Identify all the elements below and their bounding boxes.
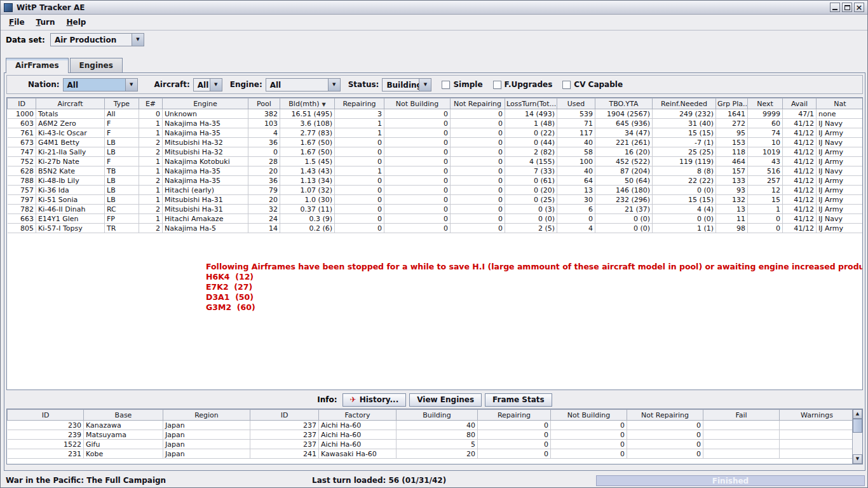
table-cell[interactable]: IJ Army	[817, 224, 864, 233]
table-cell[interactable]: 0	[451, 214, 505, 224]
column-header[interactable]: Used	[557, 98, 595, 109]
table-cell[interactable]: 93	[716, 186, 748, 195]
table-cell[interactable]: IJ Army	[817, 157, 864, 166]
table-cell[interactable]: Nakajima Ha-35	[163, 128, 248, 138]
table-cell[interactable]: E14Y1 Glen	[36, 214, 105, 224]
maximize-button[interactable]	[842, 3, 852, 12]
table-row[interactable]: 797Ki-51 SoniaLB1Mitsubishi Ha-31201.0 (…	[8, 195, 864, 205]
table-cell[interactable]: Unknown	[163, 109, 248, 119]
table-cell[interactable]: 36	[248, 176, 280, 186]
table-cell[interactable]: 747	[8, 147, 36, 157]
table-cell[interactable]: 41/12	[783, 195, 817, 205]
table-cell[interactable]: 0	[451, 138, 505, 147]
table-cell[interactable]	[703, 421, 780, 430]
table-cell[interactable]: 0	[748, 214, 783, 224]
table-cell[interactable]: 237	[250, 421, 319, 430]
table-cell[interactable]: Kanazawa	[84, 421, 163, 430]
table-cell[interactable]: Nakajima Ha-35	[163, 166, 248, 176]
table-cell[interactable]: 0	[551, 440, 627, 449]
table-cell[interactable]: 0 (22)	[505, 128, 557, 138]
table-cell[interactable]: 0 (0)	[595, 224, 653, 233]
combobox-arrow-icon[interactable]: ▼	[125, 79, 137, 91]
table-cell[interactable]: 41/12	[783, 176, 817, 186]
table-cell[interactable]: 0	[451, 119, 505, 128]
table-cell[interactable]: Nakajima Ha-35	[163, 176, 248, 186]
table-cell[interactable]: 249 (232)	[653, 109, 716, 119]
table-cell[interactable]: Aichi Ha-60	[319, 421, 397, 430]
table-cell[interactable]: 2	[139, 224, 163, 233]
table-cell[interactable]: 0	[551, 449, 627, 459]
table-cell[interactable]: 14	[248, 224, 280, 233]
table-cell[interactable]: 20	[397, 449, 478, 459]
table-cell[interactable]: 628	[8, 166, 36, 176]
table-cell[interactable]: 21 (37)	[595, 205, 653, 214]
table-cell[interactable]: 539	[557, 109, 595, 119]
table-cell[interactable]: IJ Navy	[817, 214, 864, 224]
column-header[interactable]: Not Repairing	[451, 98, 505, 109]
table-row[interactable]: 231KobeJapan241Kawasaki Ha-6020000	[8, 449, 853, 459]
table-cell[interactable]: 1.07 (32)	[280, 186, 335, 195]
table-cell[interactable]: 757	[8, 186, 36, 195]
table-cell[interactable]: Aichi Ha-60	[319, 440, 397, 449]
table-cell[interactable]: FP	[105, 214, 139, 224]
table-cell[interactable]: 41/12	[783, 119, 817, 128]
table-cell[interactable]: 1.43 (43)	[280, 166, 335, 176]
table-cell[interactable]: 237	[250, 430, 319, 440]
table-cell[interactable]: LB	[105, 176, 139, 186]
table-cell[interactable]: 0 (3)	[505, 205, 557, 214]
table-row[interactable]: 805Ki-57-I TopsyTR2Nakajima Ha-5140.2 (6…	[8, 224, 864, 233]
table-cell[interactable]: 1	[139, 214, 163, 224]
table-cell[interactable]: Mitsubishi Ha-32	[163, 147, 248, 157]
table-cell[interactable]: 40	[557, 138, 595, 147]
table-cell[interactable]: 663	[8, 214, 36, 224]
table-cell[interactable]: IJ Navy	[817, 138, 864, 147]
cv-capable-checkbox[interactable]	[562, 81, 571, 89]
table-cell[interactable]: 0	[335, 138, 384, 147]
table-cell[interactable]: 3	[335, 109, 384, 119]
table-cell[interactable]: Kawasaki Ha-60	[319, 449, 397, 459]
combobox-arrow-icon[interactable]: ▼	[210, 79, 222, 91]
table-cell[interactable]: RC	[105, 205, 139, 214]
table-cell[interactable]: 237	[250, 440, 319, 449]
table-cell[interactable]: 782	[8, 205, 36, 214]
status-combobox[interactable]: Building ▼	[382, 78, 431, 92]
table-row[interactable]: 673G4M1 BettyLB2Mitsubishi Ha-32361.67 (…	[8, 138, 864, 147]
table-cell[interactable]: 15	[748, 195, 783, 205]
table-row[interactable]: 628B5N2 KateTB1Nakajima Ha-35201.43 (43)…	[8, 166, 864, 176]
f-upgrades-checkbox[interactable]	[493, 81, 501, 89]
table-cell[interactable]: 43	[748, 157, 783, 166]
column-header[interactable]: Reinf.Needed	[653, 98, 716, 109]
table-cell[interactable]: 40	[557, 166, 595, 176]
table-cell[interactable]: 153	[716, 138, 748, 147]
column-header[interactable]: TBO.YTA	[595, 98, 653, 109]
table-cell[interactable]: 257	[748, 176, 783, 186]
scrollbar-thumb[interactable]	[853, 419, 862, 433]
table-cell[interactable]: 464	[716, 157, 748, 166]
table-cell[interactable]: 0	[384, 214, 451, 224]
column-header[interactable]: Factory	[319, 410, 397, 421]
table-cell[interactable]: 0	[384, 205, 451, 214]
table-cell[interactable]: 22 (22)	[653, 176, 716, 186]
table-cell[interactable]: 1	[139, 157, 163, 166]
table-cell[interactable]: 12	[748, 186, 783, 195]
table-cell[interactable]: 0	[335, 214, 384, 224]
table-cell[interactable]: A6M2 Zero	[36, 119, 105, 128]
table-row[interactable]: 663E14Y1 GlenFP1Hitachi Amakaze240.3 (9)…	[8, 214, 864, 224]
table-cell[interactable]: 516	[748, 166, 783, 176]
table-cell[interactable]: Japan	[163, 421, 250, 430]
table-cell[interactable]: LB	[105, 147, 139, 157]
table-cell[interactable]: 0	[384, 138, 451, 147]
table-cell[interactable]: 80	[397, 430, 478, 440]
table-cell[interactable]: 30	[557, 195, 595, 205]
table-cell[interactable]: 3.6 (108)	[280, 119, 335, 128]
table-cell[interactable]: 0	[748, 224, 783, 233]
table-cell[interactable]: Nakajima Ha-35	[163, 119, 248, 128]
table-cell[interactable]: 4	[557, 224, 595, 233]
table-cell[interactable]: 0 (44)	[505, 138, 557, 147]
table-cell[interactable]: 50 (64)	[595, 176, 653, 186]
combobox-arrow-icon[interactable]: ▼	[419, 79, 431, 91]
menu-item-file[interactable]: File	[3, 16, 31, 29]
table-cell[interactable]: 2 (5)	[505, 224, 557, 233]
title-bar[interactable]: WitP Tracker AE ×	[1, 1, 867, 15]
table-cell[interactable]: 232 (296)	[595, 195, 653, 205]
